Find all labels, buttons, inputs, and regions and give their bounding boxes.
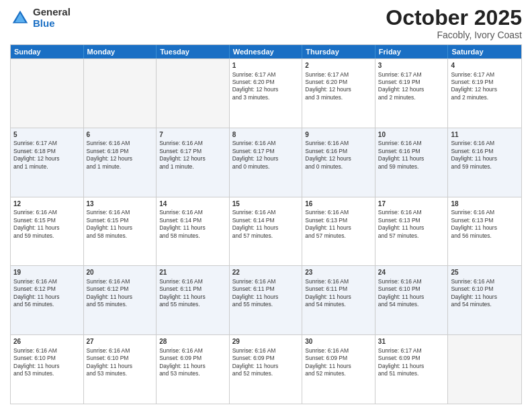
day-info: Sunset: 6:20 PM — [232, 79, 300, 86]
calendar-cell: 19Sunrise: 6:16 AMSunset: 6:12 PMDayligh… — [11, 266, 84, 334]
calendar-row: 12Sunrise: 6:16 AMSunset: 6:15 PMDayligh… — [11, 197, 521, 266]
day-info: Sunrise: 6:16 AM — [159, 278, 226, 285]
day-info: and 55 minutes. — [159, 301, 226, 308]
day-info: Sunrise: 6:16 AM — [305, 347, 372, 355]
day-info: Sunrise: 6:16 AM — [159, 347, 226, 355]
day-info: and 57 minutes. — [232, 232, 300, 240]
day-number: 12 — [13, 199, 81, 209]
weekday-header: Monday — [84, 45, 157, 58]
day-info: Sunrise: 6:16 AM — [305, 278, 372, 285]
day-info: and 59 minutes. — [13, 232, 81, 240]
day-info: Daylight: 11 hours — [232, 293, 300, 301]
day-info: Daylight: 12 hours — [13, 155, 81, 163]
day-number: 14 — [159, 199, 226, 209]
calendar-title: October 2025 — [386, 7, 522, 28]
day-info: and 59 minutes. — [451, 163, 519, 171]
calendar-cell: 6Sunrise: 6:16 AMSunset: 6:18 PMDaylight… — [84, 128, 157, 197]
calendar-cell: 28Sunrise: 6:16 AMSunset: 6:09 PMDayligh… — [157, 335, 230, 404]
calendar-cell: 8Sunrise: 6:16 AMSunset: 6:17 PMDaylight… — [230, 128, 303, 197]
day-info: Daylight: 11 hours — [87, 293, 154, 301]
day-info: and 3 minutes. — [305, 94, 372, 101]
calendar-cell: 29Sunrise: 6:16 AMSunset: 6:09 PMDayligh… — [230, 335, 303, 404]
day-number: 4 — [451, 61, 519, 71]
day-info: Sunset: 6:18 PM — [87, 148, 154, 155]
day-info: Sunset: 6:19 PM — [451, 79, 519, 86]
day-info: Sunrise: 6:17 AM — [378, 347, 445, 355]
day-info: Daylight: 11 hours — [451, 155, 519, 163]
calendar-cell: 23Sunrise: 6:16 AMSunset: 6:11 PMDayligh… — [302, 266, 375, 334]
calendar-page: General Blue October 2025 Facobly, Ivory… — [0, 0, 532, 411]
day-info: Sunset: 6:16 PM — [451, 148, 519, 155]
calendar-location: Facobly, Ivory Coast — [386, 30, 522, 40]
calendar-cell: 24Sunrise: 6:16 AMSunset: 6:10 PMDayligh… — [375, 266, 449, 334]
calendar-cell: 10Sunrise: 6:16 AMSunset: 6:16 PMDayligh… — [375, 128, 449, 197]
day-info: Sunset: 6:18 PM — [13, 148, 81, 155]
day-number: 31 — [378, 337, 445, 347]
day-info: Sunset: 6:11 PM — [159, 285, 226, 293]
day-info: and 52 minutes. — [305, 370, 372, 377]
day-info: and 2 minutes. — [451, 94, 519, 101]
day-info: Sunset: 6:12 PM — [87, 285, 154, 293]
day-info: Daylight: 12 hours — [451, 86, 519, 93]
day-info: Sunrise: 6:16 AM — [378, 209, 445, 216]
day-info: Sunset: 6:12 PM — [13, 285, 81, 293]
calendar-cell: 25Sunrise: 6:16 AMSunset: 6:10 PMDayligh… — [448, 266, 521, 334]
day-info: Sunrise: 6:16 AM — [232, 140, 300, 147]
day-info: Sunset: 6:13 PM — [305, 217, 372, 224]
calendar-cell: 2Sunrise: 6:17 AMSunset: 6:20 PMDaylight… — [302, 59, 375, 128]
calendar-cell: 18Sunrise: 6:16 AMSunset: 6:13 PMDayligh… — [448, 197, 521, 266]
day-info: and 58 minutes. — [87, 232, 154, 240]
calendar-row: 5Sunrise: 6:17 AMSunset: 6:18 PMDaylight… — [11, 128, 521, 197]
day-number: 9 — [305, 130, 372, 140]
day-info: Sunrise: 6:16 AM — [87, 140, 154, 147]
calendar-cell: 17Sunrise: 6:16 AMSunset: 6:13 PMDayligh… — [375, 197, 449, 266]
day-info: Sunrise: 6:16 AM — [13, 347, 81, 355]
day-info: Sunset: 6:11 PM — [305, 285, 372, 293]
weekday-header: Friday — [375, 45, 449, 58]
day-number: 15 — [232, 199, 300, 209]
calendar-cell — [11, 59, 84, 128]
day-info: Sunrise: 6:16 AM — [378, 278, 445, 285]
logo: General Blue — [10, 7, 71, 29]
day-info: and 1 minute. — [13, 163, 81, 171]
day-info: Sunset: 6:17 PM — [159, 148, 226, 155]
day-info: Sunset: 6:14 PM — [159, 217, 226, 224]
day-info: Sunrise: 6:17 AM — [232, 71, 300, 79]
logo-icon — [10, 8, 30, 28]
day-info: Sunrise: 6:16 AM — [232, 278, 300, 285]
day-number: 10 — [378, 130, 445, 140]
day-number: 19 — [13, 268, 81, 277]
calendar-cell: 11Sunrise: 6:16 AMSunset: 6:16 PMDayligh… — [448, 128, 521, 197]
day-number: 21 — [159, 268, 226, 277]
calendar-cell — [84, 59, 157, 128]
day-info: Daylight: 11 hours — [378, 363, 445, 370]
calendar: SundayMondayTuesdayWednesdayThursdayFrid… — [10, 44, 522, 404]
day-info: and 54 minutes. — [305, 301, 372, 308]
calendar-row: 26Sunrise: 6:16 AMSunset: 6:10 PMDayligh… — [11, 334, 521, 404]
calendar-cell: 4Sunrise: 6:17 AMSunset: 6:19 PMDaylight… — [448, 59, 521, 128]
calendar-cell: 15Sunrise: 6:16 AMSunset: 6:14 PMDayligh… — [230, 197, 303, 266]
day-info: Sunrise: 6:16 AM — [305, 140, 372, 147]
day-info: Sunrise: 6:16 AM — [159, 209, 226, 216]
day-info: and 54 minutes. — [378, 301, 445, 308]
day-info: Sunrise: 6:16 AM — [451, 209, 519, 216]
day-info: Sunset: 6:09 PM — [305, 355, 372, 362]
day-info: Daylight: 11 hours — [305, 224, 372, 232]
day-info: Sunset: 6:09 PM — [378, 355, 445, 362]
day-number: 17 — [378, 199, 445, 209]
day-number: 29 — [232, 337, 300, 347]
day-info: and 56 minutes. — [451, 232, 519, 240]
day-info: Daylight: 11 hours — [159, 224, 226, 232]
day-info: Sunset: 6:19 PM — [378, 79, 445, 86]
day-info: Daylight: 11 hours — [451, 224, 519, 232]
weekday-header: Saturday — [448, 45, 521, 58]
day-number: 23 — [305, 268, 372, 277]
day-info: and 55 minutes. — [232, 301, 300, 308]
day-info: Sunset: 6:10 PM — [451, 285, 519, 293]
weekday-header: Sunday — [11, 45, 84, 58]
day-info: Sunrise: 6:17 AM — [451, 71, 519, 79]
calendar-cell: 26Sunrise: 6:16 AMSunset: 6:10 PMDayligh… — [11, 335, 84, 404]
day-info: Sunset: 6:16 PM — [305, 148, 372, 155]
calendar-cell: 14Sunrise: 6:16 AMSunset: 6:14 PMDayligh… — [157, 197, 230, 266]
day-info: Sunrise: 6:16 AM — [232, 209, 300, 216]
